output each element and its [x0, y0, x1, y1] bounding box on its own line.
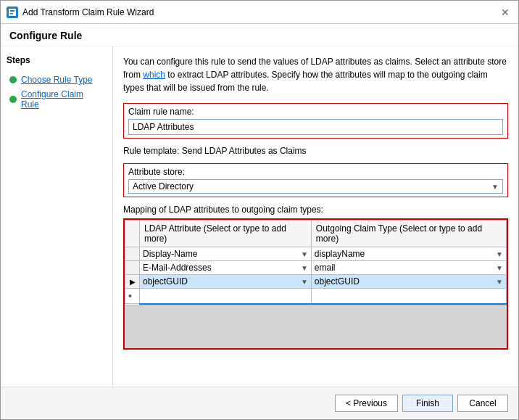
- row-selector-1: [125, 247, 140, 261]
- table-header-selector: [125, 221, 140, 247]
- chevron-down-icon[interactable]: ▼: [496, 264, 503, 272]
- description-link[interactable]: which: [143, 70, 165, 80]
- table-cell-claim-1[interactable]: displayName ▼: [311, 247, 506, 261]
- mapping-table-wrapper: LDAP Attribute (Select or type to add mo…: [123, 218, 508, 350]
- new-row-selector: •: [125, 289, 140, 304]
- chevron-down-icon[interactable]: ▼: [301, 264, 308, 272]
- wizard-icon: [7, 7, 18, 18]
- footer: < Previous Finish Cancel: [1, 387, 518, 419]
- title-bar-left: Add Transform Claim Rule Wizard: [7, 7, 154, 18]
- cancel-button[interactable]: Cancel: [457, 395, 508, 412]
- table-cell-ldap-3[interactable]: objectGUID ▼: [140, 275, 312, 289]
- table-cell-claim-3[interactable]: objectGUID ▼: [311, 275, 506, 289]
- claim-input-new[interactable]: [315, 291, 503, 301]
- svg-rect-0: [9, 9, 16, 16]
- ldap-value-3: objectGUID: [143, 276, 299, 287]
- new-row-dot-icon: •: [128, 290, 132, 302]
- chevron-down-icon[interactable]: ▼: [496, 250, 503, 258]
- main-content: You can configure this rule to send the …: [113, 46, 518, 387]
- empty-area: [125, 305, 507, 348]
- claim-value-3: objectGUID: [315, 276, 494, 287]
- close-button[interactable]: ✕: [498, 5, 512, 20]
- table-header-ldap: LDAP Attribute (Select or type to add mo…: [140, 221, 312, 247]
- attribute-store-group: Attribute store: Active Directory ▼: [123, 163, 508, 197]
- mapping-label: Mapping of LDAP attributes to outgoing c…: [123, 205, 508, 215]
- attribute-store-dropdown[interactable]: Active Directory ▼: [128, 179, 503, 194]
- table-row: E-Mail-Addresses ▼ email ▼: [125, 261, 507, 275]
- content-area: Steps Choose Rule Type Configure Claim R…: [1, 46, 518, 387]
- sidebar-item-label-1: Choose Rule Type: [21, 75, 93, 85]
- chevron-down-icon[interactable]: ▼: [301, 278, 308, 286]
- ldap-value-1: Display-Name: [143, 249, 299, 259]
- table-header-claim: Outgoing Claim Type (Select or type to a…: [311, 221, 506, 247]
- row-selector-2: [125, 261, 140, 275]
- finish-button[interactable]: Finish: [402, 395, 453, 412]
- attribute-store-value: Active Directory: [133, 181, 491, 192]
- description-text: You can configure this rule to send the …: [123, 55, 508, 94]
- table-cell-ldap-2[interactable]: E-Mail-Addresses ▼: [140, 261, 312, 275]
- claim-rule-name-label: Claim rule name:: [128, 107, 503, 117]
- sidebar-item-configure-claim-rule[interactable]: Configure Claim Rule: [7, 87, 107, 112]
- step-done-icon-2: [9, 96, 17, 103]
- table-row: ▶ objectGUID ▼ objectGUID: [125, 275, 507, 289]
- table-row-new: •: [125, 289, 507, 304]
- claim-rule-name-group: Claim rule name:: [123, 103, 508, 139]
- rule-template-text: Rule template: Send LDAP Attributes as C…: [123, 146, 508, 156]
- chevron-down-icon[interactable]: ▼: [496, 278, 503, 286]
- sidebar-item-label-2: Configure Claim Rule: [21, 89, 104, 110]
- row-selector-3: ▶: [125, 275, 140, 289]
- previous-button[interactable]: < Previous: [335, 395, 398, 412]
- table-cell-ldap-new[interactable]: [140, 289, 312, 304]
- sidebar-item-choose-rule-type[interactable]: Choose Rule Type: [7, 73, 107, 87]
- ldap-input-new[interactable]: [143, 291, 308, 301]
- chevron-down-icon[interactable]: ▼: [301, 250, 308, 258]
- mapping-table: LDAP Attribute (Select or type to add mo…: [125, 220, 507, 305]
- table-cell-claim-new[interactable]: [311, 289, 506, 304]
- attribute-store-border: Attribute store: Active Directory ▼: [123, 163, 508, 197]
- claim-value-2: email: [315, 263, 494, 273]
- chevron-down-icon: ▼: [491, 183, 499, 191]
- ldap-value-2: E-Mail-Addresses: [143, 263, 299, 273]
- claim-value-1: displayName: [315, 249, 494, 259]
- sidebar-heading: Steps: [7, 55, 107, 65]
- step-done-icon-1: [9, 76, 17, 83]
- title-bar: Add Transform Claim Rule Wizard ✕: [1, 1, 518, 24]
- svg-rect-1: [10, 10, 14, 12]
- table-cell-ldap-1[interactable]: Display-Name ▼: [140, 247, 312, 261]
- claim-rule-name-input[interactable]: [128, 119, 503, 135]
- claim-rule-name-border: Claim rule name:: [123, 103, 508, 139]
- svg-rect-2: [10, 13, 13, 15]
- wizard-window: Add Transform Claim Rule Wizard ✕ Config…: [0, 0, 519, 420]
- page-heading: Configure Rule: [1, 24, 518, 46]
- attribute-store-label: Attribute store:: [128, 167, 503, 177]
- title-text: Add Transform Claim Rule Wizard: [22, 7, 154, 17]
- table-row: Display-Name ▼ displayName ▼: [125, 247, 507, 261]
- sidebar: Steps Choose Rule Type Configure Claim R…: [1, 46, 113, 387]
- row-pointer-icon: ▶: [130, 278, 136, 286]
- table-cell-claim-2[interactable]: email ▼: [311, 261, 506, 275]
